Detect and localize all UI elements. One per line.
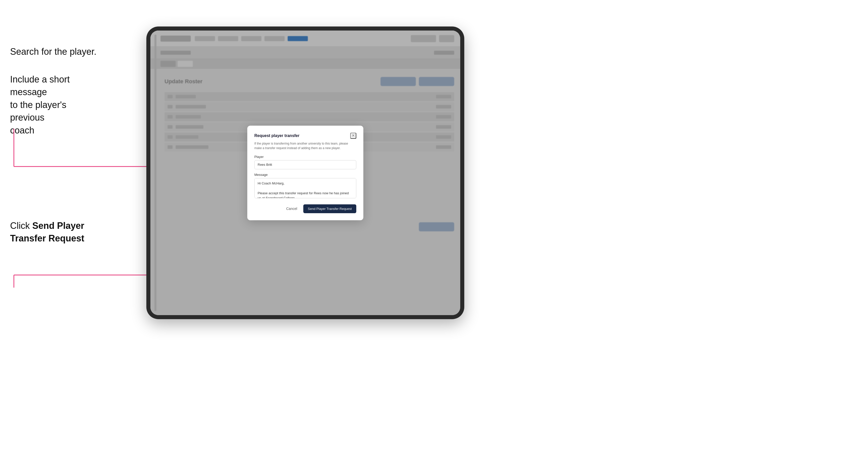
player-input[interactable] xyxy=(254,160,356,169)
modal-description: If the player is transferring from anoth… xyxy=(254,141,356,150)
annotation-click-text: Click Send PlayerTransfer Request xyxy=(10,219,84,245)
tablet-device: Update Roster xyxy=(146,27,464,319)
annotation-search-text: Search for the player. xyxy=(10,45,96,58)
modal-close-button[interactable]: × xyxy=(350,133,356,139)
message-textarea[interactable]: Hi Coach McHarg, Please accept this tran… xyxy=(254,178,356,198)
message-field-label: Message xyxy=(254,173,356,177)
annotation-click-bold: Send PlayerTransfer Request xyxy=(10,220,84,244)
modal-header: Request player transfer × xyxy=(254,133,356,139)
cancel-button[interactable]: Cancel xyxy=(283,205,301,213)
modal-overlay: Request player transfer × If the player … xyxy=(150,31,460,315)
annotation-message-text: Include a short messageto the player's p… xyxy=(10,73,101,137)
modal-footer: Cancel Send Player Transfer Request xyxy=(254,205,356,213)
request-transfer-modal: Request player transfer × If the player … xyxy=(247,126,363,220)
player-field-label: Player xyxy=(254,155,356,159)
send-transfer-button[interactable]: Send Player Transfer Request xyxy=(303,205,356,213)
modal-title: Request player transfer xyxy=(254,133,300,138)
